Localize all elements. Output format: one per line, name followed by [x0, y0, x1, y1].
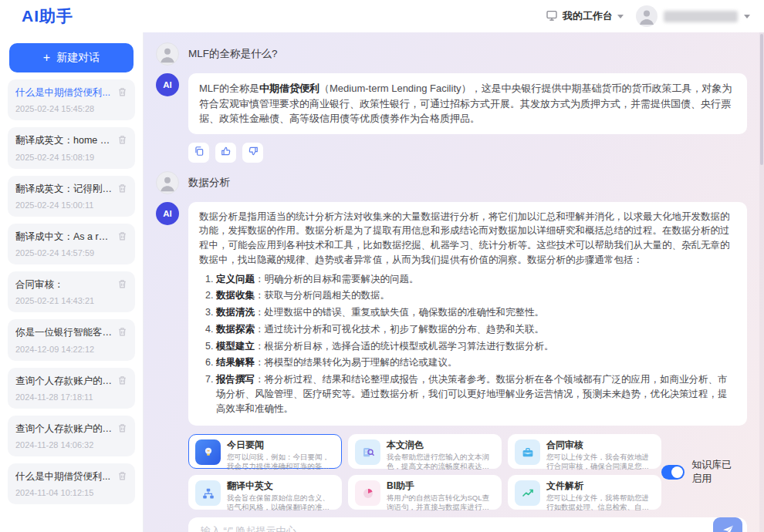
conversation-time: 2024-11-28 14:06:32	[15, 440, 127, 450]
step-item: 结果解释：将模型的结果转化为易于理解的结论或建议。	[216, 355, 736, 370]
conversation-title: 查询个人存款账户的最新...	[15, 423, 113, 435]
quick-actions-grid: 今日要闻 您可以问我，例如：今日要闻，我会尽力提供准确和可靠的答案。 本文润色 …	[188, 434, 661, 510]
conversation-title: 翻译成中文：As a reader...	[15, 231, 113, 243]
trash-icon[interactable]	[117, 278, 127, 289]
trash-icon[interactable]	[117, 470, 127, 481]
trash-icon[interactable]	[117, 231, 127, 241]
plus-icon: +	[43, 51, 50, 65]
conversation-time: 2025-02-24 15:08:19	[15, 153, 127, 162]
new-chat-button[interactable]: + 新建对话	[9, 43, 134, 72]
copy-button[interactable]	[188, 143, 209, 163]
card-desc: 您可以上传文件，我将帮助您进行如数据处理、信息检索、自动化办公等。	[546, 493, 654, 513]
sitemap-icon	[195, 480, 221, 506]
ai-message-bubble: 数据分析是指用适当的统计分析方法对收集来的大量数据进行分析，将它们加以汇总和理解…	[188, 202, 747, 426]
card-desc: 我会旨在保留原始信息的含义、语气和风格，以确保翻译的准确性和自然流畅。	[227, 493, 335, 513]
body-split: + 新建对话 什么是中期借贷便利... 2025-02-24 15:45:28 …	[0, 32, 764, 532]
conversation-item[interactable]: 什么是中期借贷便利... 2024-11-04 10:12:15	[8, 463, 135, 504]
card-desc: 您可以上传文件，我会有效地进行合同审核，确保合同满足您的业务需求。	[546, 453, 654, 473]
card-title: 文件解析	[546, 480, 654, 491]
app-logo: AI助手	[22, 5, 73, 27]
card-texts: 本文润色 我会帮助您进行您输入的文本润色，提高文本的流畅度和表达效果。	[387, 439, 495, 472]
paper-plane-icon	[722, 524, 735, 532]
card-translate[interactable]: 翻译中英文 我会旨在保留原始信息的含义、语气和风格，以确保翻译的准确性和自然流畅…	[188, 475, 342, 510]
avatar	[636, 5, 658, 27]
conversation-item[interactable]: 翻译成中文：As a reader... 2025-02-24 14:57:59	[8, 224, 135, 264]
conversation-time: 2025-02-24 14:57:59	[15, 248, 127, 258]
step-item: 报告撰写：将分析过程、结果和结论整理成报告，供决策者参考。数据分析在各个领域都有…	[216, 372, 736, 416]
sidebar: + 新建对话 什么是中期借贷便利... 2025-02-24 15:45:28 …	[0, 32, 144, 532]
conversation-item[interactable]: 什么是中期借贷便利... 2025-02-24 15:45:28	[8, 79, 135, 120]
user-message: MLF的全称是什么?	[156, 42, 747, 66]
conversation-item[interactable]: 合同审核： 2025-02-21 14:43:21	[8, 271, 135, 312]
step-desc: ：通过统计分析和可视化技术，初步了解数据的分布、趋势和关联。	[255, 324, 544, 335]
trend-up-icon	[515, 480, 540, 506]
composer	[188, 517, 747, 532]
new-chat-label: 新建对话	[56, 51, 100, 65]
monitor-icon	[546, 9, 558, 24]
step-desc: ：根据分析目标，选择合适的统计模型或机器学习算法进行数据分析。	[255, 341, 554, 352]
ai-text-bold: 中期借贷便利	[259, 82, 319, 94]
user-menu[interactable]	[636, 5, 750, 27]
chevron-down-icon	[744, 15, 750, 19]
conversation-time: 2024-11-04 10:12:15	[15, 488, 127, 497]
conversation-item[interactable]: 翻译成英文：home home 2025-02-24 15:08:19	[8, 127, 135, 168]
scrollbar[interactable]	[759, 32, 764, 532]
step-item: 定义问题：明确分析的目标和需要解决的问题。	[216, 272, 736, 287]
conversation-time: 2024-11-28 17:18:11	[15, 392, 127, 402]
quick-actions-zone: 今日要闻 您可以问我，例如：今日要闻，我会尽力提供准确和可靠的答案。 本文润色 …	[188, 434, 747, 510]
copy-icon	[194, 146, 205, 159]
conversation-time: 2025-02-24 15:00:11	[15, 200, 127, 210]
chat-main: MLF的全称是什么? AI MLF的全称是中期借贷便利（Medium-term …	[144, 32, 764, 532]
trash-icon[interactable]	[117, 86, 127, 97]
scrollbar-thumb[interactable]	[760, 34, 763, 165]
ai-avatar: AI	[156, 73, 179, 96]
user-avatar-icon	[156, 171, 179, 194]
workspace-label: 我的工作台	[563, 9, 613, 23]
trash-icon[interactable]	[117, 326, 127, 337]
ai-avatar: AI	[156, 202, 179, 225]
card-title: 今日要闻	[227, 439, 335, 450]
user-message: 数据分析	[156, 171, 747, 194]
user-avatar-icon	[156, 42, 179, 66]
workspace-menu[interactable]: 我的工作台	[546, 9, 624, 24]
card-contract-review[interactable]: 合同审核 您可以上传文件，我会有效地进行合同审核，确保合同满足您的业务需求。	[508, 434, 661, 469]
card-desc: 我会帮助您进行您输入的文本润色，提高文本的流畅度和表达效果。	[387, 453, 495, 473]
step-item: 数据探索：通过统计分析和可视化技术，初步了解数据的分布、趋势和关联。	[216, 322, 736, 337]
step-item: 数据收集：获取与分析问题相关的数据。	[216, 288, 736, 303]
conversation-item[interactable]: 查询个人存款账户的最新... 2024-11-28 14:06:32	[8, 416, 135, 456]
step-term: 数据探索	[216, 324, 255, 335]
user-message-text: MLF的全称是什么?	[188, 47, 278, 61]
step-item: 数据清洗：处理数据中的错误、重复或缺失值，确保数据的准确性和完整性。	[216, 305, 736, 320]
conversation-title: 你是一位银行智能客服，...	[15, 326, 113, 338]
conversation-item[interactable]: 查询个人存款账户的最新... 2024-11-28 17:18:11	[8, 368, 135, 409]
step-term: 报告撰写	[216, 374, 255, 385]
conversation-item[interactable]: 翻译成英文：记得刚开始... 2025-02-24 15:00:11	[8, 176, 135, 217]
card-title: 翻译中英文	[227, 480, 335, 491]
thumbs-down-button[interactable]	[242, 143, 263, 163]
card-today-news[interactable]: 今日要闻 您可以问我，例如：今日要闻，我会尽力提供准确和可靠的答案。	[188, 434, 342, 469]
conversation-item[interactable]: 你是一位银行智能客服，... 2024-12-09 14:22:12	[8, 319, 135, 360]
card-title: 合同审核	[546, 439, 654, 450]
top-header: AI助手 我的工作台	[0, 0, 764, 32]
card-text-polish[interactable]: 本文润色 我会帮助您进行您输入的文本润色，提高文本的流畅度和表达效果。	[348, 434, 502, 469]
card-title: BI助手	[387, 480, 495, 491]
card-file-parse[interactable]: 文件解析 您可以上传文件，我将帮助您进行如数据处理、信息检索、自动化办公等。	[508, 475, 661, 510]
thumbs-up-button[interactable]	[215, 143, 236, 163]
lightbulb-icon	[195, 439, 221, 465]
step-term: 定义问题	[216, 274, 255, 285]
knowledge-base-toggle-group: 知识库已启用	[661, 458, 741, 486]
send-button[interactable]	[713, 517, 742, 532]
conversation-time: 2025-02-24 15:45:28	[15, 104, 127, 113]
trash-icon[interactable]	[117, 375, 127, 386]
card-texts: 合同审核 您可以上传文件，我会有效地进行合同审核，确保合同满足您的业务需求。	[546, 439, 654, 472]
card-desc: 将用户的自然语言转化为SQL查询语句，并直接与数据库进行交互，返回智能推荐的图表…	[387, 493, 495, 513]
conversation-title: 什么是中期借贷便利...	[15, 470, 113, 483]
card-bi-assistant[interactable]: BI助手 将用户的自然语言转化为SQL查询语句，并直接与数据库进行交互，返回智能…	[348, 475, 502, 510]
trash-icon[interactable]	[117, 183, 127, 194]
trash-icon[interactable]	[117, 423, 127, 433]
trash-icon[interactable]	[117, 134, 127, 145]
step-term: 数据收集	[216, 290, 255, 301]
knowledge-base-toggle[interactable]	[661, 465, 685, 480]
message-input[interactable]	[201, 525, 713, 532]
pie-chart-icon	[355, 480, 380, 506]
